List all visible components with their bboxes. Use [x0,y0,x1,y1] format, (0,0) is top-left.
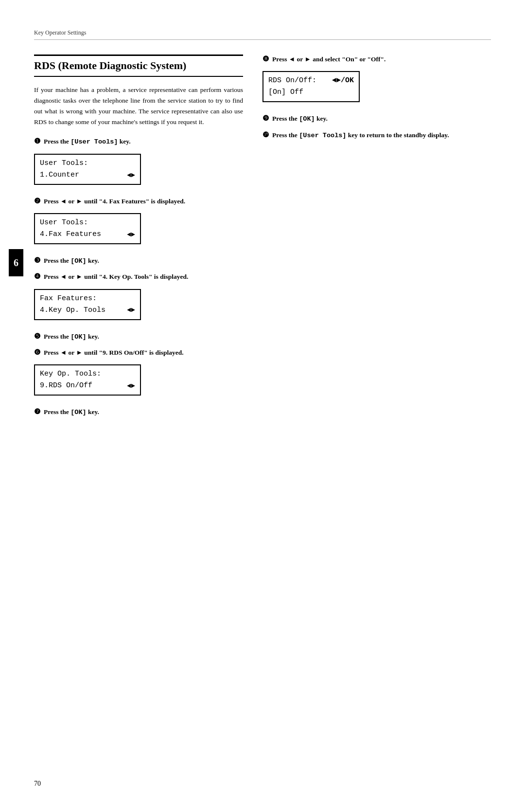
chapter-tab: 6 [9,249,23,276]
step-10-label: ❿ Press the [User Tools] key to return t… [262,130,491,141]
step-6-number: ❻ [34,348,42,357]
step-4-lcd-row2: 4.Key Op. Tools ◄► [40,305,135,316]
step-5: ❺ Press the [OK] key. [34,332,243,342]
step-8-label: ❽ Press ◄ or ► and select "On" or "Off". [262,54,491,64]
step-8: ❽ Press ◄ or ► and select "On" or "Off".… [262,54,491,108]
page-header: Key Operator Settings [34,29,491,40]
step-10-number: ❿ [262,130,270,139]
main-content: RDS (Remote Diagnostic System) If your m… [34,54,491,423]
step-2-lcd-row1: User Tools: [40,217,135,229]
step-8-lcd-row1: RDS On/Off: ◄►/OK [268,75,354,87]
step-4-label: ❹ Press ◄ or ► until "4. Key Op. Tools" … [34,272,243,282]
step-6-lcd: Key Op. Tools: 9.RDS On/Off ◄► [34,364,141,396]
step-9-label: ❾ Press the [OK] key. [262,114,491,124]
step-6: ❻ Press ◄ or ► until "9. RDS On/Off" is … [34,348,243,401]
step-1-lcd-row2: 1.Counter ◄► [40,169,135,181]
step-6-arrow: ◄► [127,380,135,391]
step-3: ❸ Press the [OK] key. [34,256,243,266]
step-4-text: Press ◄ or ► until "4. Key Op. Tools" is… [44,272,188,282]
step-7-number: ❼ [34,407,42,416]
step-1-text: Press the [User Tools] key. [44,137,131,147]
step-8-lcd: RDS On/Off: ◄►/OK [On] Off [262,71,360,102]
step-4-lcd-row1: Fax Features: [40,293,135,305]
step-7-text: Press the [OK] key. [44,407,99,417]
step-10-text: Press the [User Tools] key to return to … [272,130,449,141]
step-10: ❿ Press the [User Tools] key to return t… [262,130,491,141]
header-text: Key Operator Settings [34,29,86,36]
step-1-lcd-row1: User Tools: [40,158,135,169]
intro-text: If your machine has a problem, a service… [34,85,243,128]
step-3-label: ❸ Press the [OK] key. [34,256,243,266]
step-4-arrow: ◄► [127,305,135,315]
step-5-text: Press the [OK] key. [44,332,99,342]
step-8-lcd-row2: [On] Off [268,87,354,98]
step-6-lcd-row2: 9.RDS On/Off ◄► [40,380,135,392]
left-column: RDS (Remote Diagnostic System) If your m… [34,54,243,423]
step-1-number: ❶ [34,137,42,145]
step-6-label: ❻ Press ◄ or ► until "9. RDS On/Off" is … [34,348,243,358]
step-7: ❼ Press the [OK] key. [34,407,243,417]
step-3-text: Press the [OK] key. [44,256,99,266]
step-1: ❶ Press the [User Tools] key. User Tools… [34,137,243,191]
step-2-arrow: ◄► [127,229,135,240]
step-6-text: Press ◄ or ► until "9. RDS On/Off" is di… [44,348,184,358]
step-7-label: ❼ Press the [OK] key. [34,407,243,417]
step-8-number: ❽ [262,54,270,63]
step-2-text: Press ◄ or ► until "4. Fax Features" is … [44,197,185,206]
step-4: ❹ Press ◄ or ► until "4. Key Op. Tools" … [34,272,243,325]
step-6-lcd-row1: Key Op. Tools: [40,368,135,380]
step-3-number: ❸ [34,256,42,265]
step-5-number: ❺ [34,332,42,341]
step-9: ❾ Press the [OK] key. [262,114,491,124]
step-2-label: ❷ Press ◄ or ► until "4. Fax Features" i… [34,197,243,206]
step-1-arrow: ◄► [127,170,135,180]
step-5-label: ❺ Press the [OK] key. [34,332,243,342]
step-8-text: Press ◄ or ► and select "On" or "Off". [272,54,385,64]
step-4-number: ❹ [34,272,42,281]
right-column: ❽ Press ◄ or ► and select "On" or "Off".… [262,54,491,423]
step-2-lcd-row2: 4.Fax Features ◄► [40,229,135,240]
step-2: ❷ Press ◄ or ► until "4. Fax Features" i… [34,197,243,250]
step-1-label: ❶ Press the [User Tools] key. [34,137,243,147]
step-4-lcd: Fax Features: 4.Key Op. Tools ◄► [34,289,141,320]
step-9-number: ❾ [262,114,270,123]
step-2-number: ❷ [34,197,42,205]
step-9-text: Press the [OK] key. [272,114,328,124]
page-number: 70 [34,780,41,788]
step-1-lcd: User Tools: 1.Counter ◄► [34,154,141,185]
section-title: RDS (Remote Diagnostic System) [34,54,243,77]
step-2-lcd: User Tools: 4.Fax Features ◄► [34,213,141,244]
